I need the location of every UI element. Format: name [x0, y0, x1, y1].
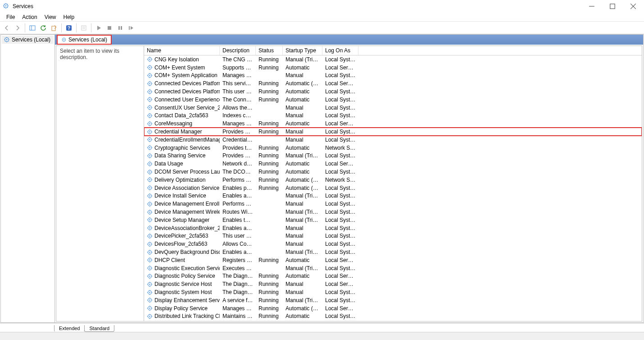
tab-extended[interactable]: Extended [54, 325, 85, 332]
service-row[interactable]: Connected Devices Platform ...This user … [144, 87, 642, 96]
service-row[interactable]: Credential ManagerProvides sec...Running… [144, 128, 642, 136]
gear-icon [147, 177, 153, 183]
service-logon-cell: Local Service [322, 257, 358, 263]
maximize-button[interactable] [609, 3, 616, 10]
column-header-startup-type[interactable]: Startup Type [283, 46, 322, 55]
service-row[interactable]: Contact Data_2cfa563Indexes cont...Manua… [144, 112, 642, 120]
restart-service-button[interactable] [126, 23, 136, 33]
svg-point-79 [149, 284, 150, 285]
service-row[interactable]: Delivery OptimizationPerforms co...Runni… [144, 176, 642, 184]
service-status-cell: Running [256, 257, 283, 263]
svg-point-29 [149, 83, 150, 84]
service-row[interactable]: Diagnostic System HostThe Diagnos...Runn… [144, 288, 642, 296]
service-row[interactable]: DevicesFlow_2cfa563Allows Conn...ManualL… [144, 240, 642, 248]
service-row[interactable]: Diagnostic Policy ServiceThe Diagnos...R… [144, 272, 642, 280]
menu-file[interactable]: File [3, 13, 18, 21]
services-list[interactable]: Name Description Status Startup Type Log… [144, 46, 642, 321]
stop-service-button[interactable] [104, 23, 114, 33]
service-row[interactable]: Connected Devices Platform ...This servi… [144, 79, 642, 87]
service-row[interactable]: Display Policy ServiceManages th...Runni… [144, 304, 642, 312]
svg-point-67 [149, 235, 150, 236]
service-row[interactable]: Device Association ServiceEnables pairi.… [144, 184, 642, 192]
service-row[interactable]: COM+ Event SystemSupports Sy...RunningAu… [144, 64, 642, 72]
service-name: CNG Key Isolation [154, 56, 199, 63]
svg-point-61 [149, 211, 150, 212]
service-row[interactable]: Display Enhancement ServiceA service for… [144, 296, 642, 304]
service-row[interactable]: Diagnostic Execution ServiceExecutes dia… [144, 264, 642, 272]
service-description-cell: Provides sec... [220, 129, 256, 135]
column-header-status[interactable]: Status [256, 46, 283, 55]
service-row[interactable]: Diagnostic Service HostThe Diagnos...Run… [144, 280, 642, 288]
gear-icon [147, 201, 153, 207]
toolbar-divider [76, 23, 77, 32]
service-row[interactable]: COM+ System ApplicationManages th...Manu… [144, 72, 642, 80]
service-name: Connected Devices Platform ... [154, 88, 220, 95]
start-service-button[interactable] [94, 23, 104, 33]
gear-icon [147, 56, 153, 62]
back-button[interactable] [2, 23, 12, 33]
tab-standard[interactable]: Standard [84, 325, 114, 332]
description-pane: Select an item to view its description. [56, 46, 144, 321]
service-row[interactable]: Data Sharing ServiceProvides dat...Runni… [144, 152, 642, 160]
service-logon-cell: Local System [322, 56, 358, 63]
service-description-cell: Enables the ... [220, 217, 256, 223]
service-name: Device Association Service [154, 185, 219, 191]
column-header-name[interactable]: Name [144, 46, 220, 55]
service-logon-cell: Local System [322, 96, 358, 103]
service-row[interactable]: CNG Key IsolationThe CNG ke...RunningMan… [144, 55, 642, 64]
service-row[interactable]: Connected User Experiences ...The Connec… [144, 96, 642, 104]
toolbar-divider [61, 23, 62, 32]
service-row[interactable]: Device Install ServiceEnables a co...Man… [144, 192, 642, 200]
service-description-cell: The Diagnos... [220, 273, 256, 279]
column-header-description[interactable]: Description [220, 46, 256, 55]
help-button[interactable]: ? [64, 23, 74, 33]
service-logon-cell: Local System [322, 152, 358, 159]
minimize-button[interactable] [588, 3, 595, 10]
service-row[interactable]: DevicePicker_2cfa563This user ser...Manu… [144, 232, 642, 240]
service-name: DevicesFlow_2cfa563 [154, 241, 207, 247]
service-startup-cell: Manual (Trigg... [283, 297, 322, 303]
service-row[interactable]: Device Management Wireles...Routes Wirel… [144, 208, 642, 216]
service-row[interactable]: DeviceAssociationBroker_2cf...Enables ap… [144, 224, 642, 232]
service-row[interactable]: CredentialEnrollmentManag...Credential E… [144, 136, 642, 144]
service-logon-cell: Local System [322, 217, 358, 223]
service-row[interactable]: DHCP ClientRegisters an...RunningAutomat… [144, 256, 642, 264]
service-description-cell: This user ser... [220, 233, 256, 239]
service-logon-cell: Local System [322, 297, 358, 303]
service-row[interactable]: CoreMessagingManages co...RunningAutomat… [144, 119, 642, 128]
export-button[interactable] [49, 23, 59, 33]
menu-help[interactable]: Help [60, 13, 78, 21]
show-hide-tree-button[interactable] [27, 23, 37, 33]
service-logon-cell: Local System [322, 225, 358, 231]
refresh-button[interactable] [38, 23, 48, 33]
tree-node-services-local[interactable]: Services (Local) [2, 36, 54, 44]
description-text: Select an item to view its description. [60, 48, 119, 60]
service-logon-cell: Local System [322, 241, 358, 247]
close-button[interactable] [630, 3, 637, 10]
column-header-log-on-as[interactable]: Log On As [322, 46, 358, 55]
service-row[interactable]: Cryptographic ServicesProvides thr...Run… [144, 144, 642, 152]
service-row[interactable]: Distributed Link Tracking Cli...Maintain… [144, 312, 642, 321]
gear-icon [147, 193, 153, 199]
service-row[interactable]: Distributed Transaction Coor...Coordinat… [144, 320, 642, 321]
tab-strip: Services (Local) [55, 35, 643, 45]
service-row[interactable]: DevQuery Background Disc...Enables app..… [144, 248, 642, 256]
service-row[interactable]: Data UsageNetwork dat...RunningAutomatic… [144, 160, 642, 168]
pause-service-button[interactable] [115, 23, 125, 33]
service-startup-cell: Automatic [283, 88, 322, 95]
service-logon-cell: Local System [322, 169, 358, 175]
forward-button[interactable] [13, 23, 23, 33]
service-name-cell: Diagnostic System Host [144, 289, 220, 295]
service-row[interactable]: DCOM Server Process Launc...The DCOML...… [144, 168, 642, 176]
service-startup-cell: Manual [283, 129, 322, 135]
service-row[interactable]: Device Management Enroll...Performs De..… [144, 200, 642, 208]
menu-action[interactable]: Action [18, 13, 41, 21]
properties-button[interactable] [79, 23, 89, 33]
gear-icon [147, 273, 153, 279]
tab-services-local[interactable]: Services (Local) [57, 35, 112, 45]
service-status-cell: Running [256, 297, 283, 303]
service-row[interactable]: Device Setup ManagerEnables the ...Manua… [144, 216, 642, 224]
service-name-cell: DeviceAssociationBroker_2cf... [144, 225, 220, 231]
service-row[interactable]: ConsentUX User Service_2cf...Allows the … [144, 104, 642, 112]
menu-view[interactable]: View [41, 13, 60, 21]
